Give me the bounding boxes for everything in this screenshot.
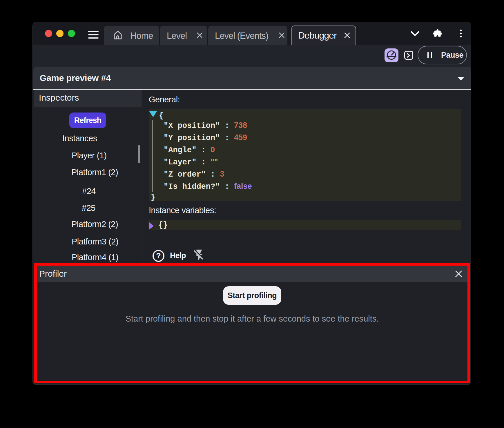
svg-text:?: ?: [156, 251, 161, 260]
